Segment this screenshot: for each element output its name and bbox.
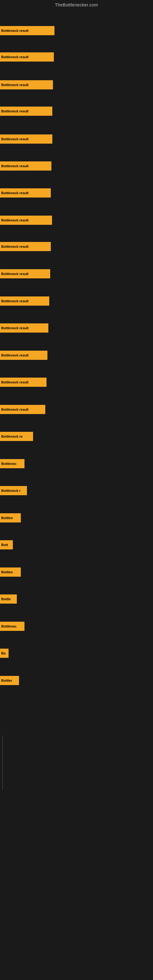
bottleneck-bar-20: Bott [0, 540, 13, 549]
bottleneck-bar-8: Bottleneck result [0, 216, 52, 225]
bottleneck-bar-21: Bottlen [0, 568, 21, 577]
site-title: TheBottlenecker.com [0, 0, 153, 9]
bottleneck-bar-23: Bottlenec [0, 622, 24, 631]
bottleneck-label-12: Bottleneck result [1, 326, 29, 330]
bottleneck-bar-24: Bo [0, 649, 9, 658]
bottleneck-bar-14: Bottleneck result [0, 378, 46, 387]
bottleneck-label-22: Bottle [1, 597, 11, 601]
bottleneck-bar-1: Bottleneck result [0, 26, 54, 35]
chart-area: Bottleneck resultBottleneck resultBottle… [0, 9, 153, 805]
bottleneck-label-11: Bottleneck result [1, 299, 29, 303]
bottleneck-bar-3: Bottleneck result [0, 80, 53, 89]
bottleneck-bar-13: Bottleneck result [0, 351, 48, 360]
bottleneck-label-13: Bottleneck result [1, 353, 29, 357]
bottleneck-bar-16: Bottleneck re [0, 432, 33, 441]
bottleneck-label-10: Bottleneck result [1, 272, 29, 275]
bottleneck-label-17: Bottlenec [1, 462, 16, 466]
bottleneck-bar-22: Bottle [0, 595, 17, 604]
bottleneck-label-9: Bottleneck result [1, 245, 29, 248]
bottleneck-label-25: Bottler [1, 679, 12, 682]
bottleneck-label-18: Bottleneck r [1, 489, 21, 492]
bottleneck-label-15: Bottleneck result [1, 407, 29, 411]
bottleneck-label-24: Bo [1, 651, 6, 655]
bottleneck-bar-25: Bottler [0, 676, 19, 685]
bottleneck-label-21: Bottlen [1, 570, 13, 574]
bottleneck-label-8: Bottleneck result [1, 218, 29, 222]
bottleneck-bar-4: Bottleneck result [0, 107, 52, 116]
bottleneck-bar-19: Bottlen [0, 513, 21, 522]
bottleneck-bar-18: Bottleneck r [0, 486, 27, 495]
bottleneck-bar-6: Bottleneck result [0, 161, 51, 170]
bottleneck-bar-5: Bottleneck result [0, 134, 52, 144]
bottleneck-label-19: Bottlen [1, 516, 13, 520]
bottleneck-bar-2: Bottleneck result [0, 52, 54, 62]
bottleneck-label-1: Bottleneck result [1, 29, 29, 32]
bottleneck-label-6: Bottleneck result [1, 164, 29, 168]
axis-line [2, 735, 3, 790]
bottleneck-bar-9: Bottleneck result [0, 242, 51, 251]
bottleneck-bar-7: Bottleneck result [0, 188, 51, 197]
bottleneck-bar-11: Bottleneck result [0, 296, 49, 305]
bottleneck-label-4: Bottleneck result [1, 109, 29, 113]
bottleneck-label-14: Bottleneck result [1, 380, 29, 384]
bottleneck-bar-10: Bottleneck result [0, 269, 50, 278]
bottleneck-bar-17: Bottlenec [0, 459, 24, 468]
bottleneck-bar-15: Bottleneck result [0, 405, 45, 414]
bottleneck-label-23: Bottlenec [1, 624, 16, 628]
bottleneck-label-7: Bottleneck result [1, 191, 29, 195]
bottleneck-bar-12: Bottleneck result [0, 323, 48, 332]
bottleneck-label-3: Bottleneck result [1, 83, 29, 87]
bottleneck-label-16: Bottleneck re [1, 434, 22, 438]
bottleneck-label-2: Bottleneck result [1, 55, 29, 59]
bottleneck-label-5: Bottleneck result [1, 137, 29, 141]
bottleneck-label-20: Bott [1, 543, 8, 547]
